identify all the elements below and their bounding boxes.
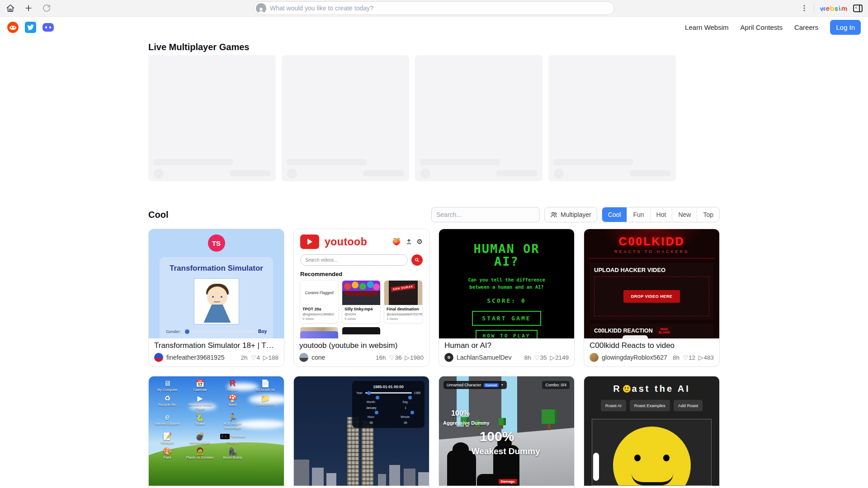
tab-fun[interactable]: Fun	[627, 207, 650, 222]
cool-section-heading: Cool	[148, 210, 168, 220]
nav-link-careers[interactable]: Careers	[794, 23, 818, 31]
twitter-icon[interactable]	[25, 22, 36, 33]
video-dropzone: DROP VIDEO HERE	[594, 277, 709, 316]
youtoob-search-input	[300, 254, 408, 266]
xp-desktop-icon: RRoblox	[217, 379, 249, 392]
skeleton-meta-bar	[363, 170, 404, 176]
dummy-health-percent: 100%	[451, 409, 470, 418]
overflow-menu-icon[interactable]: ⋮	[801, 5, 808, 12]
game-title: Transformation Simulator 18+ | TS…	[149, 338, 284, 351]
nav-link-learn-websim[interactable]: Learn Websim	[685, 23, 728, 31]
plays-icon: ▷	[698, 354, 703, 361]
author-avatar[interactable]	[444, 353, 453, 362]
video-title: TPOT 20a	[300, 305, 338, 311]
plays-count: ▷1980	[405, 354, 424, 361]
author-name[interactable]: glowingdayRoblox5627	[602, 354, 667, 361]
game-card-human-or-ai[interactable]: HUMAN OR AI? Can you tell the difference…	[439, 229, 575, 367]
game-age: 8h	[524, 354, 531, 361]
upload-icon	[406, 239, 412, 245]
game-title: youtoob (youtube in websim)	[294, 338, 429, 351]
youtoob-search-button	[411, 254, 423, 266]
new-tab-icon[interactable]	[24, 3, 33, 13]
game-card-windows-xp-simulator[interactable]: 🖥My Computer📅CalendarRRoblox📄README.txt♻…	[148, 376, 284, 488]
create-search-input[interactable]	[270, 5, 609, 12]
game-age: 8h	[673, 354, 679, 361]
reddit-icon[interactable]	[7, 22, 19, 33]
video-views: 0 views	[300, 316, 338, 323]
heart-icon: ♡	[250, 354, 256, 361]
game-stats: 8h ♡35 ▷2149	[524, 354, 569, 361]
ts-gender-value: Boy	[258, 329, 267, 334]
youtoob-wordmark: youtoob	[325, 236, 367, 248]
tab-new[interactable]: New	[672, 207, 697, 222]
start-game-button: START GAME	[472, 311, 541, 326]
upload-panel: UPLOAD HACKER VIDEO DROP VIDEO HERE	[590, 263, 713, 320]
youtoob-logo-icon	[300, 235, 319, 249]
xp-desktop-icon: 🖥My Computer	[151, 379, 183, 392]
tab-top[interactable]: Top	[697, 207, 719, 222]
multiplayer-filter-button[interactable]: Multiplayer	[544, 207, 597, 222]
dummy-health-percent: 100%	[480, 429, 514, 444]
game-card-c00lkidd-reacts[interactable]: C00LKIDD REACTS TO HACKERS UPLOAD HACKER…	[584, 229, 720, 367]
xp-desktop-icon: 🦍Bonzi Buddy	[217, 447, 249, 460]
xp-desktop-icon: ▶Windows Media Player	[184, 394, 216, 411]
author-name[interactable]: finefeather39681925	[166, 354, 224, 361]
ts-app-badge: TS	[208, 235, 225, 252]
human-or-ai-tagline: Can you tell the difference between a hu…	[439, 276, 574, 291]
author-avatar[interactable]	[590, 353, 599, 362]
game-card-nyc-evolution[interactable]: 1985-01-01 00:00 Year: 1985 Month: Janua…	[293, 376, 429, 488]
discord-icon[interactable]	[42, 22, 54, 33]
current-badge: Current	[484, 383, 499, 387]
author-name[interactable]: cone	[311, 354, 325, 361]
ts-gender-slider	[184, 331, 255, 333]
home-icon[interactable]	[5, 3, 15, 13]
create-search-bar[interactable]	[254, 1, 614, 15]
damage-label: Damage	[499, 479, 517, 484]
xp-desktop-icon: C:\_Command Prompt	[217, 432, 249, 445]
game-search-input[interactable]	[431, 207, 540, 222]
loading-game-card	[415, 55, 542, 181]
coolkidd-subheading: REACTS TO HACKERS	[584, 249, 719, 254]
websim-logo[interactable]: websim	[820, 5, 847, 12]
tab-cool[interactable]: Cool	[602, 207, 627, 222]
roast-ai-button: Roast AI	[601, 400, 626, 411]
author-name[interactable]: LachlanSamuelDev	[457, 354, 511, 361]
login-button[interactable]: Log In	[830, 20, 861, 35]
game-card-transformation-simulator[interactable]: TS Transformation Simulator Gender:	[148, 229, 284, 367]
game-title: C00lkidd Reacts to video	[584, 338, 719, 351]
xp-desktop-icon: 🎨Paint	[151, 447, 183, 460]
roast-examples-button: Roast Examples	[630, 400, 670, 411]
xp-desktop-icon: eInternet Explorer	[151, 413, 183, 430]
character-name: Unnamed Character	[447, 383, 481, 387]
plays-count: ▷483	[698, 354, 714, 361]
game-card-youtoob[interactable]: youtoob 🍑 ⚙ Recommended Con	[293, 229, 429, 367]
likes-count: ♡36	[389, 354, 401, 361]
nyc-datetime: 1985-01-01 00:00	[356, 385, 420, 389]
game-card-strongest-battlegrounds[interactable]: Unnamed Character Current ▼ Combo: 0/4 1…	[439, 376, 575, 488]
recommended-heading: Recommended	[300, 271, 423, 277]
tab-hot[interactable]: Hot	[650, 207, 672, 222]
day-value: 1	[391, 406, 420, 409]
video-views: 1 views	[384, 316, 422, 323]
game-thumbnail: 🖥My Computer📅CalendarRRoblox📄README.txt♻…	[149, 376, 284, 486]
skeleton-avatar	[420, 169, 430, 178]
loading-game-card	[148, 55, 276, 181]
ai-smiley-face	[613, 427, 691, 486]
sidebar-toggle-icon[interactable]: ‹	[853, 5, 863, 12]
drop-video-button: DROP VIDEO HERE	[623, 290, 680, 303]
xp-desktop-icon: 🏃AOL Instant Messenger	[217, 413, 249, 430]
live-multiplayer-heading: Live Multiplayer Games	[148, 42, 720, 52]
ts-app-title: Transformation Simulator	[160, 264, 273, 273]
dummy-name: Weakest Dummy	[472, 446, 540, 456]
smiley-emoji-icon	[623, 385, 631, 393]
coolkidd-heading: C00LKIDD	[584, 235, 719, 248]
game-stats: 8h ♡12 ▷483	[673, 354, 714, 361]
refresh-icon[interactable]	[42, 3, 52, 13]
site-nav: Learn Websim April Contests Careers Log …	[0, 17, 868, 38]
author-avatar[interactable]	[154, 353, 163, 362]
roast-face-panel	[592, 419, 712, 486]
game-card-roast-the-ai[interactable]: Rast the AI Roast AI Roast Examples Add …	[584, 376, 720, 488]
nav-link-april-contests[interactable]: April Contests	[741, 23, 783, 31]
xp-desktop-icon: 🐍Snake	[184, 413, 216, 430]
author-avatar[interactable]	[299, 353, 308, 362]
